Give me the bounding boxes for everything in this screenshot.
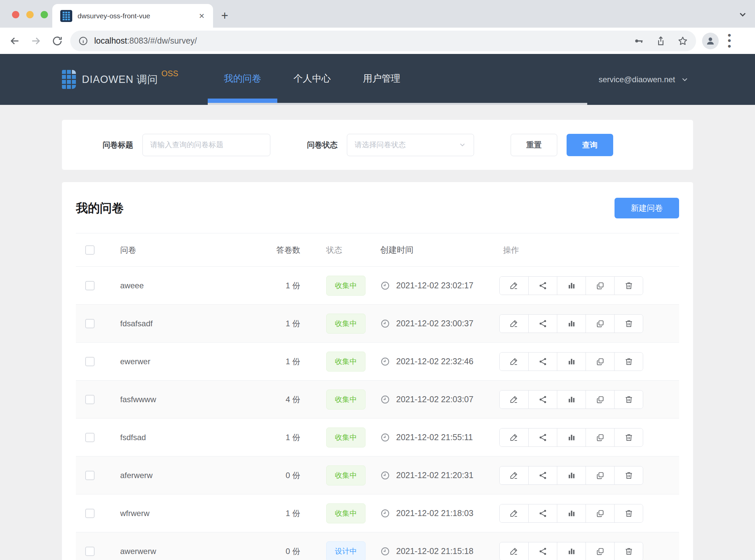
window-controls bbox=[12, 11, 48, 18]
reset-button[interactable]: 重置 bbox=[511, 134, 557, 156]
stats-button[interactable] bbox=[557, 315, 586, 333]
share-button[interactable] bbox=[528, 542, 557, 560]
site-info-icon[interactable] bbox=[78, 36, 88, 46]
edit-button[interactable] bbox=[500, 353, 528, 371]
share-button[interactable] bbox=[528, 353, 557, 371]
survey-status-select[interactable]: 请选择问卷状态 bbox=[347, 134, 474, 156]
window-maximize-button[interactable] bbox=[41, 11, 48, 18]
site-favicon bbox=[60, 10, 72, 22]
response-count: 1 份 bbox=[263, 318, 300, 329]
browser-profile-avatar[interactable] bbox=[702, 33, 719, 49]
stats-button[interactable] bbox=[557, 542, 586, 560]
delete-icon bbox=[624, 471, 633, 480]
edit-button[interactable] bbox=[500, 391, 528, 408]
nav-item-personal-center[interactable]: 个人中心 bbox=[277, 54, 347, 105]
row-checkbox[interactable] bbox=[85, 319, 95, 328]
delete-button[interactable] bbox=[614, 353, 643, 371]
survey-title-input[interactable]: 请输入查询的问卷标题 bbox=[142, 134, 270, 156]
copy-button[interactable] bbox=[586, 542, 614, 560]
create-survey-button[interactable]: 新建问卷 bbox=[614, 198, 679, 218]
back-icon[interactable] bbox=[9, 35, 20, 47]
share-button[interactable] bbox=[528, 466, 557, 484]
survey-status-placeholder: 请选择问卷状态 bbox=[354, 140, 406, 150]
bookmark-star-icon[interactable] bbox=[677, 36, 688, 46]
row-actions bbox=[499, 314, 643, 333]
copy-icon bbox=[595, 357, 605, 366]
search-button[interactable]: 查询 bbox=[567, 134, 613, 156]
window-minimize-button[interactable] bbox=[26, 11, 34, 18]
delete-button[interactable] bbox=[614, 391, 643, 408]
share-button[interactable] bbox=[528, 315, 557, 333]
table-row: wfrwerw1 份收集中2021-12-02 21:18:03 bbox=[76, 495, 679, 532]
delete-button[interactable] bbox=[614, 504, 643, 522]
stats-button[interactable] bbox=[557, 391, 586, 408]
brand-name: DIAOWEN 调问 bbox=[82, 73, 158, 86]
survey-name: aferwerw bbox=[104, 471, 263, 480]
status-badge: 收集中 bbox=[326, 352, 366, 372]
delete-button[interactable] bbox=[614, 315, 643, 333]
row-checkbox[interactable] bbox=[85, 281, 95, 290]
share-icon bbox=[538, 319, 548, 328]
tab-search-chevron-icon[interactable] bbox=[738, 9, 748, 21]
window-close-button[interactable] bbox=[12, 11, 19, 18]
browser-tab-strip: dwsurvey-oss-front-vue × + bbox=[0, 0, 755, 28]
copy-icon bbox=[595, 433, 605, 442]
browser-tab[interactable]: dwsurvey-oss-front-vue × bbox=[52, 4, 213, 28]
tab-close-icon[interactable]: × bbox=[197, 11, 206, 21]
created-time: 2021-12-02 21:15:18 bbox=[396, 546, 473, 556]
row-actions bbox=[499, 276, 643, 295]
nav-item-user-management[interactable]: 用户管理 bbox=[347, 54, 416, 105]
row-checkbox[interactable] bbox=[85, 471, 95, 480]
delete-button[interactable] bbox=[614, 428, 643, 446]
row-checkbox[interactable] bbox=[85, 357, 95, 366]
copy-button[interactable] bbox=[586, 504, 614, 522]
stats-button[interactable] bbox=[557, 466, 586, 484]
edit-button[interactable] bbox=[500, 277, 528, 295]
survey-table: 问卷 答卷数 状态 创建时间 操作 aweee1 份收集中2021-12-02 … bbox=[76, 233, 679, 560]
stats-button[interactable] bbox=[557, 277, 586, 295]
edit-icon bbox=[509, 357, 519, 366]
forward-icon[interactable] bbox=[30, 35, 42, 47]
row-checkbox[interactable] bbox=[85, 433, 95, 442]
stats-button[interactable] bbox=[557, 428, 586, 446]
share-button[interactable] bbox=[528, 428, 557, 446]
row-checkbox[interactable] bbox=[85, 509, 95, 518]
created-time: 2021-12-02 22:32:46 bbox=[396, 357, 473, 366]
share-page-icon[interactable] bbox=[655, 36, 666, 46]
nav-item-my-surveys[interactable]: 我的问卷 bbox=[208, 54, 277, 105]
delete-button[interactable] bbox=[614, 542, 643, 560]
edit-button[interactable] bbox=[500, 428, 528, 446]
edit-button[interactable] bbox=[500, 466, 528, 484]
row-actions bbox=[499, 428, 643, 447]
copy-button[interactable] bbox=[586, 353, 614, 371]
edit-button[interactable] bbox=[500, 542, 528, 560]
browser-menu-icon[interactable]: ••• bbox=[726, 33, 733, 49]
user-menu[interactable]: service@diaowen.net bbox=[598, 75, 689, 84]
share-button[interactable] bbox=[528, 504, 557, 522]
address-bar[interactable]: localhost:8083/#/dw/survey/ bbox=[70, 31, 696, 51]
delete-icon bbox=[624, 433, 633, 442]
stats-button[interactable] bbox=[557, 353, 586, 371]
new-tab-button[interactable]: + bbox=[218, 9, 231, 23]
copy-button[interactable] bbox=[586, 277, 614, 295]
survey-name: awerwerw bbox=[104, 547, 263, 556]
stats-button[interactable] bbox=[557, 504, 586, 522]
delete-button[interactable] bbox=[614, 466, 643, 484]
row-checkbox[interactable] bbox=[85, 395, 95, 404]
copy-button[interactable] bbox=[586, 466, 614, 484]
reload-icon[interactable] bbox=[52, 35, 63, 47]
edit-button[interactable] bbox=[500, 315, 528, 333]
share-icon bbox=[538, 547, 548, 556]
share-button[interactable] bbox=[528, 277, 557, 295]
row-actions bbox=[499, 504, 643, 523]
share-button[interactable] bbox=[528, 391, 557, 408]
edit-button[interactable] bbox=[500, 504, 528, 522]
row-checkbox[interactable] bbox=[85, 547, 95, 556]
password-key-icon[interactable] bbox=[633, 36, 644, 46]
select-all-checkbox[interactable] bbox=[85, 245, 95, 255]
copy-button[interactable] bbox=[586, 428, 614, 446]
copy-button[interactable] bbox=[586, 315, 614, 333]
delete-button[interactable] bbox=[614, 277, 643, 295]
copy-button[interactable] bbox=[586, 391, 614, 408]
column-header-created: 创建时间 bbox=[373, 244, 497, 255]
